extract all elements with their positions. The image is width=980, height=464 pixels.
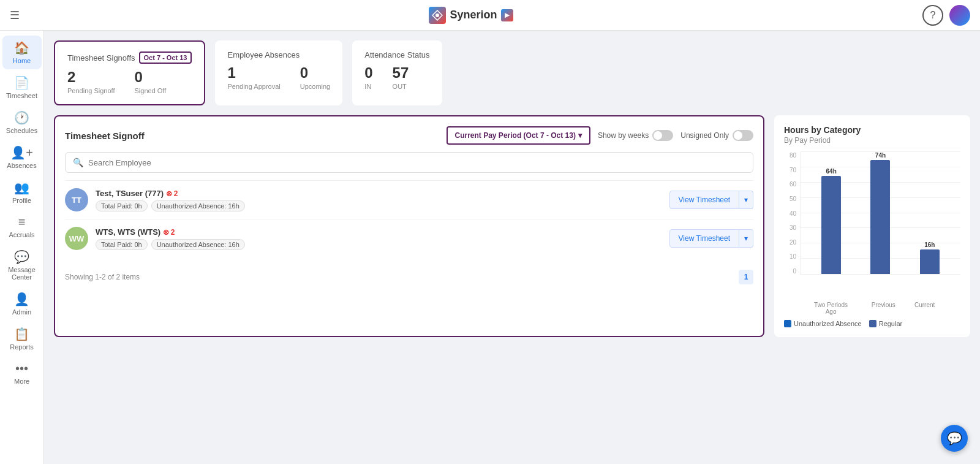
- unsigned-only-toggle-group: Unsigned Only: [680, 130, 753, 141]
- chart-subtitle: By Pay Period: [784, 136, 960, 145]
- employee-badges: Total Paid: 0h Unauthorized Absence: 16h: [96, 200, 662, 211]
- sidebar-item-more[interactable]: •••More: [2, 357, 42, 390]
- bar-value-label: 64h: [826, 168, 837, 175]
- employee-badges: Total Paid: 0h Unauthorized Absence: 16h: [96, 239, 662, 250]
- legend-item: Unauthorized Absence: [784, 320, 862, 327]
- view-timesheet-button[interactable]: View Timesheet: [669, 229, 740, 248]
- sidebar-item-accruals[interactable]: ≡Accruals: [2, 210, 42, 243]
- menu-button[interactable]: ☰: [10, 9, 20, 22]
- svg-point-1: [435, 13, 439, 17]
- search-input[interactable]: [88, 158, 745, 167]
- upcoming-label: Upcoming: [300, 83, 331, 90]
- chevron-down-icon: ▾: [578, 131, 582, 140]
- employee-row: TT Test, TSuser (777) ⊗ 2 Total Paid: 0h…: [65, 180, 753, 219]
- sidebar-item-label: Profile: [12, 197, 31, 204]
- pagination: Showing 1-2 of 2 items 1: [65, 265, 753, 284]
- employee-info: Test, TSuser (777) ⊗ 2 Total Paid: 0h Un…: [96, 189, 662, 211]
- chat-button[interactable]: 💬: [941, 425, 968, 452]
- main-content: Timesheet Signoffs Oct 7 - Oct 13 2 Pend…: [44, 31, 980, 464]
- out-metric: 57 OUT: [393, 64, 409, 90]
- sidebar-item-absences[interactable]: 👤+Absences: [2, 140, 42, 174]
- sidebar-item-profile[interactable]: 👥Profile: [2, 175, 42, 209]
- sidebar-item-admin[interactable]: 👤Admin: [2, 287, 42, 321]
- page-number[interactable]: 1: [739, 270, 753, 284]
- employee-list: TT Test, TSuser (777) ⊗ 2 Total Paid: 0h…: [65, 180, 753, 257]
- period-selector-button[interactable]: Current Pay Period (Oct 7 - Oct 13) ▾: [447, 126, 590, 145]
- signed-off-label: Signed Off: [134, 87, 166, 94]
- sidebar-item-timesheet[interactable]: 📄Timesheet: [2, 70, 42, 104]
- out-value: 57: [393, 64, 409, 82]
- attendance-status-card: Attendance Status 0 IN 57 OUT: [352, 40, 442, 105]
- timesheet-signoffs-card: Timesheet Signoffs Oct 7 - Oct 13 2 Pend…: [54, 40, 205, 105]
- signed-off-metric: 0 Signed Off: [134, 69, 166, 94]
- chart-area: 80706050403020100 64h 74h 16h: [784, 152, 960, 299]
- bar: [821, 176, 841, 274]
- topbar-right: ?: [922, 5, 970, 26]
- show-by-weeks-toggle-group: Show by weeks: [598, 130, 673, 141]
- sidebar-item-label: Admin: [12, 308, 31, 316]
- signed-off-value: 0: [134, 69, 142, 86]
- in-label: IN: [364, 83, 371, 90]
- show-by-weeks-toggle[interactable]: [652, 130, 673, 141]
- card-title-signoffs: Timesheet Signoffs: [67, 53, 135, 63]
- bar: [920, 249, 940, 274]
- sidebar-item-label: Accruals: [9, 231, 34, 238]
- sidebar-item-reports[interactable]: 📋Reports: [2, 322, 42, 356]
- sidebar-item-label: Home: [13, 57, 31, 64]
- admin-icon: 👤: [14, 292, 29, 306]
- chart-title: Hours by Category: [784, 125, 960, 135]
- topbar: ☰ Synerion ▶ ?: [0, 0, 980, 31]
- sidebar-item-home[interactable]: 🏠Home: [2, 36, 42, 69]
- warning-badge: ⊗ 2: [163, 228, 175, 237]
- upcoming-metric: 0 Upcoming: [300, 64, 331, 90]
- employee-info: WTS, WTS (WTS) ⊗ 2 Total Paid: 0h Unauth…: [96, 227, 662, 250]
- out-label: OUT: [393, 83, 407, 90]
- profile-icon: 👥: [14, 180, 29, 195]
- x-label: Two Periods Ago: [810, 302, 853, 315]
- employee-search-box: 🔍: [65, 152, 753, 173]
- pending-signoff-metric: 2 Pending Signoff: [67, 69, 115, 94]
- sidebar-item-label: Message Center: [5, 266, 39, 281]
- showing-text: Showing 1-2 of 2 items: [65, 273, 140, 281]
- absences-card-title: Employee Absences: [227, 50, 330, 59]
- total-paid-badge: Total Paid: 0h: [96, 239, 148, 250]
- employee-avatar: WW: [65, 227, 88, 250]
- show-by-weeks-label: Show by weeks: [598, 131, 649, 140]
- legend-item: Regular: [869, 320, 903, 327]
- view-timesheet-dropdown-button[interactable]: ▾: [739, 229, 753, 248]
- bar: [870, 160, 890, 274]
- accruals-icon: ≡: [18, 215, 26, 229]
- chat-icon: 💬: [947, 431, 962, 446]
- chart-panel: Hours by Category By Pay Period 80706050…: [774, 115, 970, 337]
- total-paid-badge: Total Paid: 0h: [96, 200, 148, 211]
- unauth-absence-badge: Unauthorized Absence: 16h: [151, 200, 245, 211]
- sidebar-item-schedules[interactable]: 🕐Schedules: [2, 105, 42, 139]
- unsigned-only-toggle[interactable]: [733, 130, 753, 141]
- employee-name: WTS, WTS (WTS) ⊗ 2: [96, 227, 662, 237]
- help-button[interactable]: ?: [922, 5, 943, 26]
- in-metric: 0 IN: [364, 64, 372, 90]
- pending-signoff-value: 2: [67, 69, 75, 86]
- bars-container: 64h 74h 16h: [801, 152, 960, 274]
- bar-group: 16h: [920, 242, 940, 274]
- sidebar-item-label: Timesheet: [6, 92, 37, 99]
- signoff-panel: Timesheet Signoff Current Pay Period (Oc…: [54, 115, 764, 337]
- view-timesheet-dropdown-button[interactable]: ▾: [739, 191, 753, 209]
- legend-label: Unauthorized Absence: [794, 320, 862, 327]
- view-timesheet-button[interactable]: View Timesheet: [669, 191, 740, 209]
- user-avatar-button[interactable]: [949, 5, 970, 26]
- content-area: Timesheet Signoff Current Pay Period (Oc…: [54, 115, 970, 337]
- main-layout: 🏠Home📄Timesheet🕐Schedules👤+Absences👥Prof…: [0, 31, 980, 464]
- sidebar: 🏠Home📄Timesheet🕐Schedules👤+Absences👥Prof…: [0, 31, 44, 464]
- warning-icon: ⊗: [166, 189, 172, 198]
- card-header: Timesheet Signoffs Oct 7 - Oct 13: [67, 51, 192, 64]
- legend-color: [869, 320, 876, 327]
- chart-legend: Unauthorized Absence Regular: [784, 320, 960, 327]
- sidebar-item-label: Reports: [10, 343, 34, 351]
- sidebar-item-message-center[interactable]: 💬Message Center: [2, 245, 42, 286]
- pending-signoff-label: Pending Signoff: [67, 87, 115, 94]
- brand-logo: [429, 7, 446, 24]
- pending-approval-metric: 1 Pending Approval: [227, 64, 280, 90]
- employee-name: Test, TSuser (777) ⊗ 2: [96, 189, 662, 198]
- legend-color: [784, 320, 791, 327]
